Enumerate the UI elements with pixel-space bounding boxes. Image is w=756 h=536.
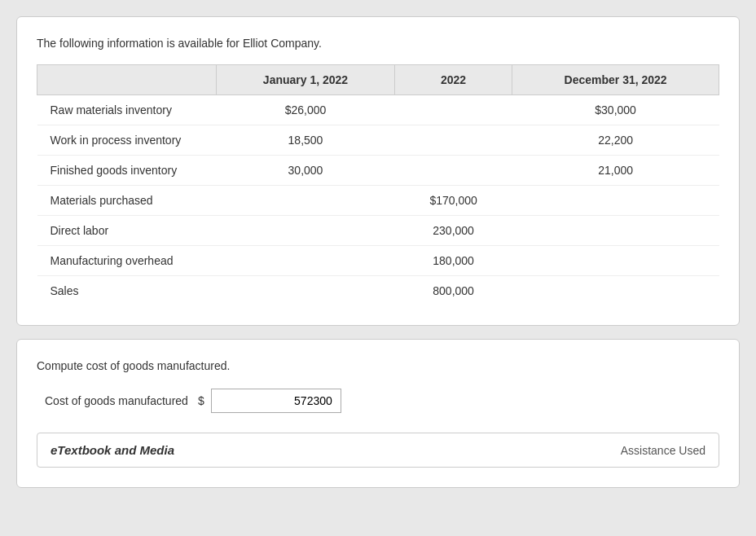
assistance-label: Assistance Used: [621, 444, 705, 457]
table-row: Direct labor230,000: [37, 216, 719, 246]
table-row: Finished goods inventory30,00021,000: [37, 156, 719, 186]
table-row: Manufacturing overhead180,000: [37, 246, 719, 276]
row-dec: 21,000: [512, 156, 719, 186]
row-dec: [512, 246, 719, 276]
row-dec: [512, 186, 719, 216]
col-header-year: 2022: [395, 65, 512, 95]
row-jan: [217, 246, 395, 276]
cost-input[interactable]: [211, 389, 341, 413]
row-label: Raw materials inventory: [37, 95, 217, 125]
row-dec: [512, 276, 719, 306]
row-jan: $26,000: [217, 95, 395, 125]
data-table: January 1, 2022 2022 December 31, 2022 R…: [37, 64, 719, 305]
cost-input-row: Cost of goods manufactured $: [45, 389, 719, 413]
col-header-jan: January 1, 2022: [217, 65, 395, 95]
row-jan: [217, 276, 395, 306]
row-year: 800,000: [395, 276, 512, 306]
etextbook-bar: eTextbook and Media Assistance Used: [37, 433, 719, 468]
row-year: 230,000: [395, 216, 512, 246]
table-row: Sales800,000: [37, 276, 719, 306]
etextbook-label: eTextbook and Media: [51, 443, 174, 457]
row-dec: [512, 216, 719, 246]
row-year: $170,000: [395, 186, 512, 216]
info-card: The following information is available f…: [16, 16, 740, 326]
table-row: Raw materials inventory$26,000$30,000: [37, 95, 719, 125]
row-jan: [217, 216, 395, 246]
row-label: Work in process inventory: [37, 125, 217, 156]
row-year: 180,000: [395, 246, 512, 276]
row-label: Manufacturing overhead: [37, 246, 217, 276]
table-row: Work in process inventory18,50022,200: [37, 125, 719, 156]
row-label: Finished goods inventory: [37, 156, 217, 186]
row-year: [395, 156, 512, 186]
table-row: Materials purchased$170,000: [37, 186, 719, 216]
row-label: Materials purchased: [37, 186, 217, 216]
row-jan: 30,000: [217, 156, 395, 186]
row-label: Direct labor: [37, 216, 217, 246]
row-year: [395, 125, 512, 156]
col-header-label: [37, 65, 217, 95]
compute-card: Compute cost of goods manufactured. Cost…: [16, 339, 740, 488]
intro-text: The following information is available f…: [37, 37, 719, 50]
cost-label: Cost of goods manufactured: [45, 394, 191, 407]
section-title: Compute cost of goods manufactured.: [37, 359, 719, 372]
col-header-dec: December 31, 2022: [512, 65, 719, 95]
row-jan: [217, 186, 395, 216]
row-dec: $30,000: [512, 95, 719, 125]
row-dec: 22,200: [512, 125, 719, 156]
row-jan: 18,500: [217, 125, 395, 156]
row-year: [395, 95, 512, 125]
row-label: Sales: [37, 276, 217, 306]
dollar-sign: $: [198, 394, 204, 407]
